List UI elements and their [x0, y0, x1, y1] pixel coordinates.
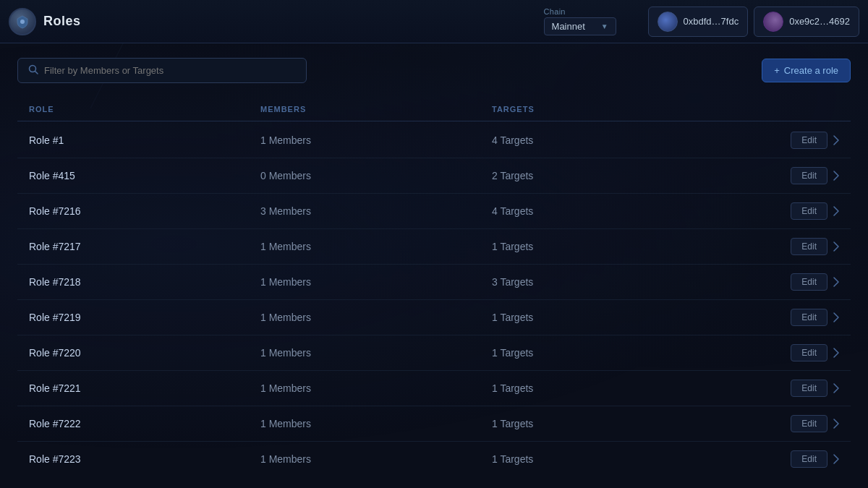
cell-role: Role #7222 — [29, 418, 260, 429]
cell-members: 3 Members — [260, 205, 492, 217]
edit-button[interactable]: Edit — [791, 450, 827, 468]
edit-button[interactable]: Edit — [791, 273, 827, 291]
cell-members: 1 Members — [260, 347, 492, 359]
table-row[interactable]: Role #7223 1 Members 1 Targets Edit — [17, 442, 851, 476]
header-nav — [87, 0, 544, 43]
table-row[interactable]: Role #7217 1 Members 1 Targets Edit — [17, 229, 851, 265]
cell-actions: Edit — [723, 344, 839, 361]
chevron-right-icon — [833, 171, 839, 181]
chevron-right-icon — [833, 312, 839, 322]
chevron-down-icon: ▼ — [601, 22, 608, 30]
cell-actions: Edit — [723, 238, 839, 255]
table-row[interactable]: Role #7220 1 Members 1 Targets Edit — [17, 335, 851, 371]
table-header: ROLE MEMBERS TARGETS — [17, 98, 851, 121]
table-row[interactable]: Role #415 0 Members 2 Targets Edit — [17, 158, 851, 194]
wallet-1-button[interactable]: 0xbdfd…7fdc — [648, 7, 749, 37]
cell-role: Role #7219 — [29, 312, 260, 323]
col-role-header: ROLE — [29, 105, 260, 114]
wallet-2-button[interactable]: 0xe9c2…4692 — [754, 7, 859, 37]
table-row[interactable]: Role #7222 1 Members 1 Targets Edit — [17, 406, 851, 442]
create-role-icon: + — [774, 65, 780, 76]
cell-targets: 1 Targets — [492, 382, 723, 394]
cell-targets: 3 Targets — [492, 276, 723, 288]
app-logo: Roles — [9, 8, 81, 35]
cell-members: 0 Members — [260, 170, 492, 181]
chain-value: Mainnet — [552, 21, 585, 32]
edit-button[interactable]: Edit — [791, 415, 827, 432]
roles-table-body: Role #1 1 Members 4 Targets Edit Role #4… — [17, 123, 851, 476]
cell-members: 1 Members — [260, 418, 492, 429]
page-title: Roles — [43, 14, 81, 29]
filter-bar: + Create a role — [17, 58, 851, 83]
cell-targets: 4 Targets — [492, 134, 723, 146]
chain-label: Chain — [544, 7, 566, 16]
table-row[interactable]: Role #7218 1 Members 3 Targets Edit — [17, 265, 851, 300]
cell-actions: Edit — [723, 309, 839, 326]
cell-members: 1 Members — [260, 241, 492, 252]
search-input[interactable] — [44, 65, 296, 76]
chain-dropdown[interactable]: Mainnet ▼ — [544, 17, 616, 35]
wallet-2-address: 0xe9c2…4692 — [789, 16, 850, 27]
edit-button[interactable]: Edit — [791, 238, 827, 255]
cell-members: 1 Members — [260, 453, 492, 465]
table-row[interactable]: Role #7216 3 Members 4 Targets Edit — [17, 194, 851, 229]
wallet-1-address: 0xbdfd…7fdc — [684, 16, 739, 27]
cell-actions: Edit — [723, 273, 839, 291]
chevron-right-icon — [833, 348, 839, 358]
search-icon — [28, 64, 38, 77]
cell-role: Role #7217 — [29, 241, 260, 252]
table-row[interactable]: Role #1 1 Members 4 Targets Edit — [17, 123, 851, 158]
cell-targets: 1 Targets — [492, 347, 723, 359]
create-role-button[interactable]: + Create a role — [762, 59, 851, 82]
cell-members: 1 Members — [260, 382, 492, 394]
cell-members: 1 Members — [260, 134, 492, 146]
edit-button[interactable]: Edit — [791, 167, 827, 184]
edit-button[interactable]: Edit — [791, 380, 827, 397]
cell-actions: Edit — [723, 450, 839, 468]
chevron-right-icon — [833, 383, 839, 393]
chevron-right-icon — [833, 419, 839, 429]
main-content: + Create a role ROLE MEMBERS TARGETS Rol… — [0, 43, 868, 488]
chain-selector: Chain Mainnet ▼ — [544, 7, 631, 35]
cell-actions: Edit — [723, 415, 839, 432]
table-row[interactable]: Role #7219 1 Members 1 Targets Edit — [17, 300, 851, 335]
col-actions-header — [723, 105, 839, 114]
cell-members: 1 Members — [260, 276, 492, 288]
chevron-right-icon — [833, 135, 839, 145]
edit-button[interactable]: Edit — [791, 344, 827, 361]
svg-line-7 — [35, 72, 38, 74]
edit-button[interactable]: Edit — [791, 309, 827, 326]
cell-role: Role #7223 — [29, 453, 260, 465]
edit-button[interactable]: Edit — [791, 202, 827, 220]
table-row[interactable]: Role #7221 1 Members 1 Targets Edit — [17, 371, 851, 406]
col-members-header: MEMBERS — [260, 105, 492, 114]
cell-targets: 1 Targets — [492, 418, 723, 429]
cell-role: Role #7218 — [29, 276, 260, 288]
svg-point-5 — [20, 20, 25, 24]
cell-role: Role #7221 — [29, 382, 260, 394]
cell-role: Role #415 — [29, 170, 260, 181]
cell-role: Role #1 — [29, 134, 260, 146]
search-container[interactable] — [17, 58, 307, 83]
chevron-right-icon — [833, 206, 839, 216]
logo-icon — [9, 8, 36, 35]
chevron-right-icon — [833, 241, 839, 252]
cell-role: Role #7216 — [29, 205, 260, 217]
cell-actions: Edit — [723, 380, 839, 397]
chevron-right-icon — [833, 277, 839, 287]
cell-targets: 2 Targets — [492, 170, 723, 181]
cell-actions: Edit — [723, 167, 839, 184]
cell-targets: 1 Targets — [492, 312, 723, 323]
create-role-label: Create a role — [784, 65, 838, 76]
cell-role: Role #7220 — [29, 347, 260, 359]
chevron-right-icon — [833, 454, 839, 464]
cell-actions: Edit — [723, 132, 839, 149]
cell-members: 1 Members — [260, 312, 492, 323]
col-targets-header: TARGETS — [492, 105, 723, 114]
cell-targets: 1 Targets — [492, 241, 723, 252]
edit-button[interactable]: Edit — [791, 132, 827, 149]
wallet-1-avatar — [658, 12, 678, 32]
header: Roles Chain Mainnet ▼ 0xbdfd…7fdc 0xe9c2… — [0, 0, 868, 43]
cell-targets: 4 Targets — [492, 205, 723, 217]
cell-targets: 1 Targets — [492, 453, 723, 465]
